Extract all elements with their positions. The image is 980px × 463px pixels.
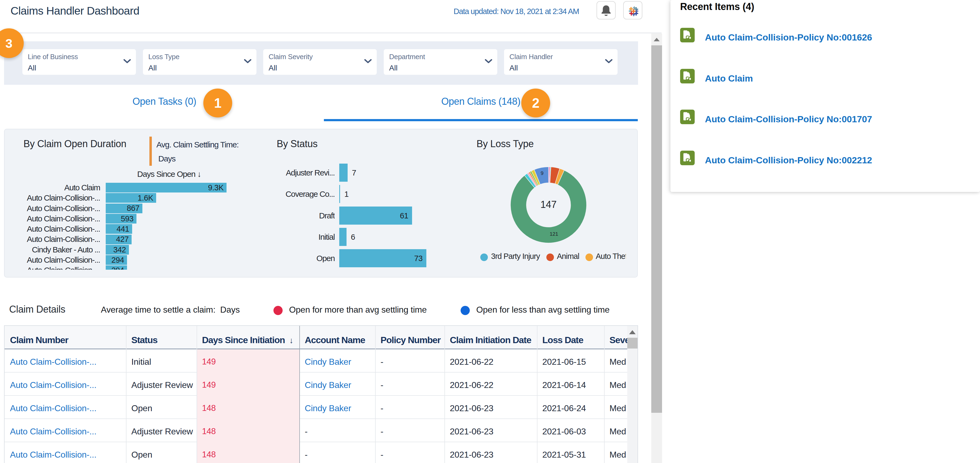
svg-text:147: 147: [541, 199, 557, 210]
svg-text:9: 9: [541, 170, 544, 176]
svg-text:121: 121: [550, 231, 558, 237]
